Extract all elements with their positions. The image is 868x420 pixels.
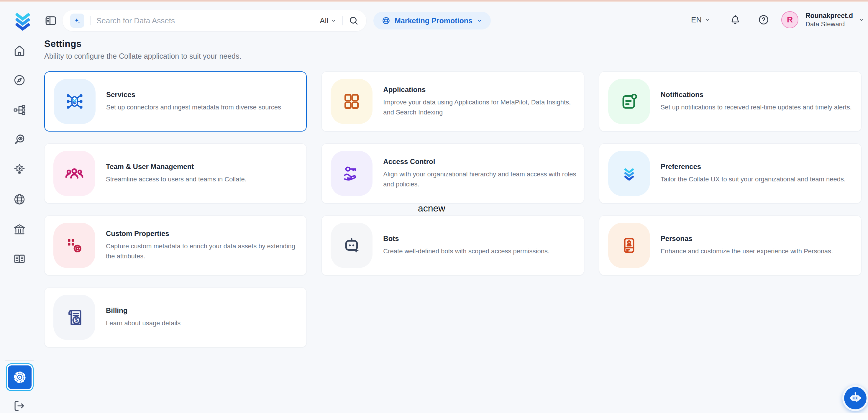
settings-page: Settings Ability to configure the Collat…	[44, 38, 862, 348]
card-icon-tile	[331, 151, 373, 196]
card-icon-tile	[608, 79, 650, 124]
team-users-icon	[65, 164, 84, 183]
settings-card-notifications[interactable]: Notifications Set up notifications to re…	[599, 71, 862, 131]
page-subtitle: Ability to configure the Collate applica…	[44, 51, 862, 61]
user-menu-chevron-icon[interactable]	[859, 17, 864, 23]
page-title: Settings	[44, 38, 862, 50]
card-description: Tailor the Collate UX to suit your organ…	[661, 174, 845, 184]
search-icon[interactable]	[349, 16, 359, 26]
settings-card-team-user-management[interactable]: Team & User Management Streamline access…	[44, 143, 307, 204]
card-icon-tile: $	[53, 295, 95, 340]
robot-icon	[847, 390, 864, 407]
card-title: Preferences	[661, 162, 845, 171]
card-title: Team & User Management	[106, 162, 247, 171]
card-icon-tile	[608, 151, 650, 196]
settings-card-personas[interactable]: Personas Enhance and customize the user …	[599, 215, 862, 275]
chevron-down-icon	[476, 18, 483, 24]
search-scope-dropdown[interactable]: All	[320, 16, 337, 25]
lightbulb-icon	[13, 163, 26, 176]
language-label: EN	[691, 16, 702, 25]
card-description: Set up connectors and ingest metadata fr…	[106, 102, 281, 112]
search-divider	[90, 16, 91, 25]
settings-card-services[interactable]: Services Set up connectors and ingest me…	[44, 71, 307, 131]
user-role: Data Steward	[805, 20, 856, 28]
chevron-down-icon	[705, 17, 711, 23]
bot-face-icon	[342, 236, 361, 255]
sidebar-item-glossary[interactable]	[13, 252, 26, 266]
home-icon	[13, 44, 26, 57]
logout-icon[interactable]	[13, 399, 26, 413]
sidebar-item-data-flow[interactable]	[13, 103, 26, 117]
card-title: Custom Properties	[106, 230, 299, 238]
card-description: Learn about usage details	[106, 318, 181, 328]
app-grid-icon	[342, 92, 361, 111]
user-menu[interactable]: Rounakpreet.d Data Steward	[805, 11, 856, 28]
card-description: Enhance and customize the user experienc…	[661, 246, 833, 256]
help-icon[interactable]	[758, 14, 770, 26]
settings-card-access-control[interactable]: Access Control Align with your organizat…	[321, 143, 584, 204]
user-name: Rounakpreet.d	[805, 11, 856, 20]
card-title: Applications	[383, 86, 577, 94]
settings-card-custom-properties[interactable]: Custom Properties Capture custom metadat…	[44, 215, 307, 275]
sidebar-toggle-button[interactable]	[44, 14, 57, 27]
ai-sparkle-icon[interactable]	[70, 13, 84, 28]
top-navigation-bar: Search for Data Assets All Marketing Pro…	[0, 2, 868, 38]
open-book-icon	[13, 252, 26, 266]
card-title: Bots	[383, 235, 550, 243]
custom-properties-gear-icon	[65, 236, 84, 255]
collate-logo-icon[interactable]	[11, 9, 34, 32]
services-network-icon	[65, 92, 84, 111]
sidebar-item-govern[interactable]	[13, 222, 26, 236]
sidebar-item-explore[interactable]	[13, 73, 26, 87]
sidebar-divider	[5, 360, 34, 361]
chat-bot-button[interactable]	[842, 385, 868, 411]
sidebar-item-domains[interactable]	[13, 192, 26, 206]
persona-card-icon	[619, 236, 639, 255]
user-avatar[interactable]: R	[781, 11, 798, 28]
search-input[interactable]: Search for Data Assets	[96, 16, 320, 25]
collate-app-window: Search for Data Assets All Marketing Pro…	[0, 0, 868, 420]
card-title: Services	[106, 91, 281, 99]
search-divider	[342, 16, 343, 25]
domain-selector[interactable]: Marketing Promotions	[373, 12, 491, 30]
card-title: Access Control	[383, 157, 577, 166]
settings-card-billing[interactable]: $ Billing Learn about usage details	[44, 287, 307, 348]
settings-cards-grid: Services Set up connectors and ingest me…	[44, 71, 862, 348]
bank-icon	[13, 223, 26, 236]
language-dropdown[interactable]: EN	[691, 16, 711, 25]
sidebar-item-home[interactable]	[13, 44, 26, 57]
panel-toggle-icon	[44, 24, 57, 28]
settings-card-applications[interactable]: Applications Improve your data using App…	[321, 71, 584, 131]
svg-text:$: $	[75, 317, 78, 323]
card-title: Notifications	[661, 91, 852, 99]
card-description: Set up notifications to received real-ti…	[661, 102, 852, 112]
magnifier-eye-icon	[13, 133, 26, 146]
settings-card-bots[interactable]: Bots Create well-defined bots with scope…	[321, 215, 584, 275]
topbar-right-cluster: EN R Rounakpreet.d Data Steward	[691, 2, 864, 38]
notification-list-icon	[619, 92, 639, 111]
compass-icon	[13, 74, 26, 87]
notifications-bell-icon[interactable]	[730, 14, 741, 26]
card-icon-tile	[331, 223, 373, 268]
card-title: Billing	[106, 306, 181, 315]
sidebar-item-insights[interactable]	[13, 163, 26, 176]
card-description: Create well-defined bots with scoped acc…	[383, 246, 550, 256]
sidebar-item-settings[interactable]	[6, 363, 34, 391]
settings-card-preferences[interactable]: Preferences Tailor the Collate UX to sui…	[599, 143, 862, 204]
card-title: Personas	[661, 235, 833, 243]
globe-icon	[382, 16, 391, 25]
card-icon-tile	[331, 79, 373, 124]
card-description: Streamline access to users and teams in …	[106, 174, 247, 184]
search-scope-label: All	[320, 16, 328, 25]
domain-label: Marketing Promotions	[395, 17, 472, 25]
card-description: Capture custom metadata to enrich your d…	[106, 241, 299, 261]
left-sidebar	[0, 38, 39, 420]
global-search-bar[interactable]: Search for Data Assets All	[63, 10, 366, 31]
globe-icon	[13, 193, 26, 206]
card-icon-tile	[53, 151, 95, 196]
card-description: Improve your data using Applications for…	[383, 97, 577, 117]
sidebar-item-observability[interactable]	[13, 133, 26, 147]
card-icon-tile	[54, 79, 96, 124]
card-description: Align with your organizational hierarchy…	[383, 169, 577, 189]
card-icon-tile	[608, 223, 650, 268]
